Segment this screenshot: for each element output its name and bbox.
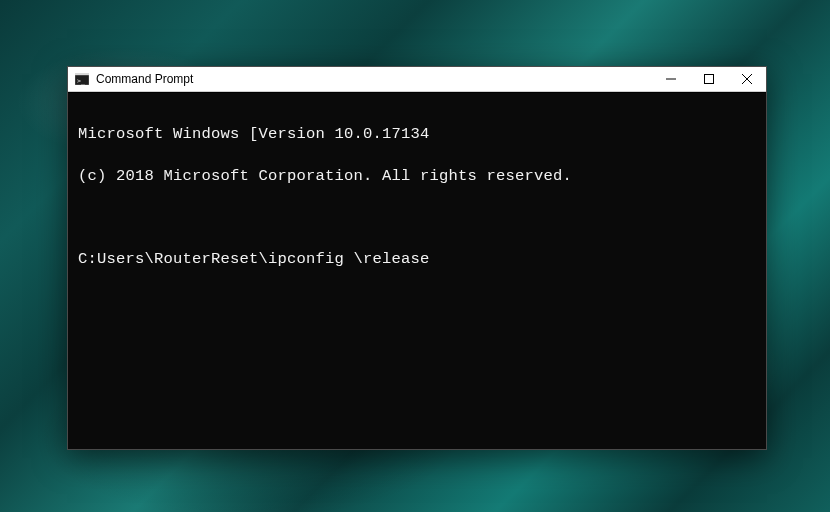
terminal-output[interactable]: Microsoft Windows [Version 10.0.17134 (c… — [68, 92, 766, 449]
terminal-line: Microsoft Windows [Version 10.0.17134 — [78, 124, 756, 145]
titlebar[interactable]: >_ Command Prompt — [68, 67, 766, 92]
maximize-button[interactable] — [690, 67, 728, 91]
terminal-blank-line — [78, 208, 756, 229]
window-title: Command Prompt — [96, 67, 193, 91]
close-button[interactable] — [728, 67, 766, 91]
minimize-button[interactable] — [652, 67, 690, 91]
svg-rect-1 — [75, 73, 89, 75]
desktop-wallpaper: >_ Command Prompt Microsoft Windows [Ver… — [0, 0, 830, 512]
svg-text:>_: >_ — [77, 77, 85, 85]
command-prompt-window: >_ Command Prompt Microsoft Windows [Ver… — [67, 66, 767, 450]
terminal-prompt-line: C:Users\RouterReset\ipconfig \release — [78, 249, 756, 270]
svg-rect-4 — [705, 75, 714, 84]
command-prompt-icon: >_ — [74, 71, 90, 87]
terminal-line: (c) 2018 Microsoft Corporation. All righ… — [78, 166, 756, 187]
